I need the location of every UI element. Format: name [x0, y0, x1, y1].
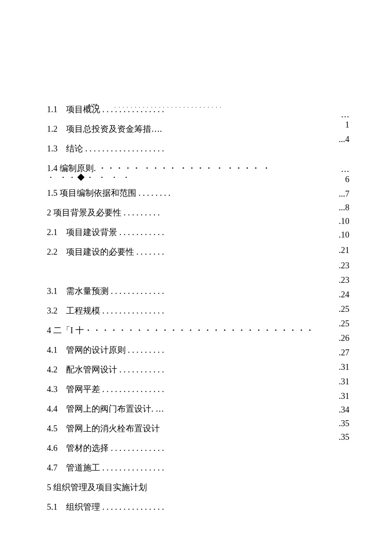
toc-entry: 4.5 管网上的消火栓布置设计	[47, 421, 349, 435]
toc-page: .23	[339, 276, 349, 284]
toc-container: 1.1 项目概况 . . . . . . . . . . . . . . . 1…	[47, 102, 349, 520]
toc-page: ...8	[339, 203, 349, 212]
toc-page: .35	[339, 419, 349, 427]
toc-entry: 2.1 项目建设背景 . . . . . . . . . . .	[47, 225, 349, 239]
toc-entry: 5.1 组织管理 . . . . . . . . . . . . . . .	[47, 500, 349, 514]
toc-page: ...4	[339, 135, 349, 143]
toc-page: .23	[339, 261, 349, 270]
toc-entry: 1.2 项目总投资及资金筹措….	[47, 122, 349, 136]
toc-label: 1.2 项目总投资及资金筹措….	[47, 122, 162, 136]
toc-label: 4.1 管网的设计原则 . . . . . . . . .	[47, 343, 164, 357]
toc-entry: 4.2 配水管网设计 . . . . . . . . . . .	[47, 363, 349, 376]
toc-label: 2.1 项目建设背景 . . . . . . . . . . .	[47, 225, 164, 239]
toc-label: 4.7 管道施工 . . . . . . . . . . . . . . .	[47, 461, 164, 474]
toc-label: 5.1 组织管理 . . . . . . . . . . . . . . .	[47, 500, 164, 514]
toc-entry: 3.1 需水量预测 . . . . . . . . . . . . .	[47, 284, 349, 298]
toc-page: .26	[339, 334, 349, 342]
toc-page	[339, 148, 349, 159]
toc-label: 2.2 项目建设的必要性 . . . . . . .	[47, 245, 164, 259]
toc-entry: 4.7 管道施工 . . . . . . . . . . . . . . .	[47, 461, 349, 474]
toc-page: .10	[339, 217, 349, 225]
toc-entry: 4.1 管网的设计原则 . . . . . . . . .	[47, 343, 349, 357]
toc-label: 4.3 管网平差 . . . . . . . . . . . . . . .	[47, 382, 164, 396]
toc-entry: 2.2 项目建设的必要性 . . . . . . .	[47, 245, 349, 259]
toc-page: .34	[339, 405, 349, 414]
toc-label: 3.1 需水量预测 . . . . . . . . . . . . .	[47, 284, 164, 298]
toc-label: 4.6 管材的选择 . . . . . . . . . . . . .	[47, 441, 164, 455]
toc-label: 1.5 项目编制依据和范围 . . . . . . . .	[47, 186, 170, 200]
toc-page: .35	[339, 433, 349, 441]
toc-page: .31	[339, 363, 349, 371]
toc-entry: 3.2 工程规模 . . . . . . . . . . . . . . .	[47, 304, 349, 317]
toc-label: 4 二「I 十・・・・・・・・・・・・・・・・・・・・・・・・・・・	[47, 323, 314, 337]
toc-label: 3.2 工程规模 . . . . . . . . . . . . . . .	[47, 304, 164, 317]
toc-label: 5 组织管理及项目实施计划	[47, 480, 147, 494]
toc-entry: 2 项目背景及必要性 . . . . . . . . .	[47, 206, 349, 219]
toc-label: 1.3 结论 . . . . . . . . . . . . . . . . .…	[47, 142, 164, 155]
toc-page: .21	[339, 246, 349, 254]
toc-label: 4.4 管网上的阀门布置设计. …	[47, 402, 164, 416]
toc-page: … 1	[339, 109, 349, 130]
toc-entry: 4 二「I 十・・・・・・・・・・・・・・・・・・・・・・・・・・・	[47, 323, 349, 337]
toc-label: 1.1 项目概况 . . . . . . . . . . . . . . .	[47, 102, 164, 116]
toc-page: … 6	[339, 164, 349, 184]
toc-page: .25	[339, 319, 349, 328]
toc-page: .25	[339, 305, 349, 313]
toc-label: 4.2 配水管网设计 . . . . . . . . . . .	[47, 363, 164, 376]
toc-entry: 5 组织管理及项目实施计划	[47, 480, 349, 494]
toc-page: .31	[339, 392, 349, 400]
toc-label: 4.5 管网上的消火栓布置设计	[47, 421, 160, 435]
toc-entry: 1.1 项目概况 . . . . . . . . . . . . . . .	[47, 102, 349, 116]
toc-entry: 1.3 结论 . . . . . . . . . . . . . . . . .…	[47, 142, 349, 155]
toc-entry	[47, 264, 349, 278]
toc-page: ...7	[339, 189, 349, 198]
toc-page: .31	[339, 377, 349, 386]
toc-page: .27	[339, 348, 349, 357]
toc-entry: 1.5 项目编制依据和范围 . . . . . . . .	[47, 186, 349, 200]
toc-entry: 4.3 管网平差 . . . . . . . . . . . . . . .	[47, 382, 349, 396]
toc-entry: 4.4 管网上的阀门布置设计. …	[47, 402, 349, 416]
page-numbers-column: … 1 ...4 … 6 ...7 ...8 .10 .10 .21 .23 .…	[339, 109, 349, 446]
toc-entry: 4.6 管材的选择 . . . . . . . . . . . . .	[47, 441, 349, 455]
toc-page: .24	[339, 290, 349, 299]
toc-page: .10	[339, 230, 349, 239]
toc-label: 2 项目背景及必要性 . . . . . . . . .	[47, 206, 160, 219]
